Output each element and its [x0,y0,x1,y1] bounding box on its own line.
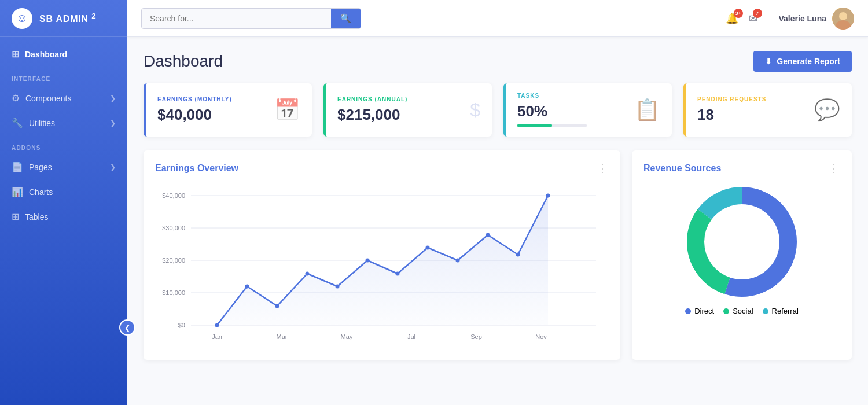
legend-item-social: Social [723,307,753,315]
stat-card-pending-requests: PENDING REQUESTS 18 💬 [683,83,852,137]
sidebar-item-label: Pages [29,163,52,172]
sidebar-navigation: ⊞ Dashboard INTERFACE ⚙ Components ❯ 🔧 U… [0,37,127,405]
chart-title: Revenue Sources [643,163,721,174]
chart-point [336,285,340,289]
legend-dot-social [723,308,729,314]
earnings-overview-card: Earnings Overview ⋮ $40,000 $30,000 [144,150,620,360]
nav-section-interface: INTERFACE [0,67,127,86]
search-input[interactable] [142,9,331,28]
sidebar-brand[interactable]: ☺ SB ADMIN 2 [0,0,127,37]
legend-label-referral: Referral [772,307,799,315]
messages-badge: 7 [753,9,762,18]
user-name: Valerie Luna [779,14,826,23]
stat-label: PENDING REQUESTS [697,96,766,102]
cog-icon: ⚙ [12,93,20,104]
messages-button[interactable]: ✉ 7 [749,12,757,25]
sidebar-item-utilities[interactable]: 🔧 Utilities ❯ [0,111,127,135]
page-title: Dashboard [144,52,223,71]
dollar-icon: $ [470,100,480,121]
topbar-divider [768,9,768,28]
legend-item-referral: Referral [763,307,799,315]
sidebar-item-label: Charts [29,187,53,197]
chart-area-icon: 📊 [12,186,23,197]
notifications-badge: 3+ [734,9,743,18]
donut-chart-wrap: Direct Social Referral [643,184,840,315]
svg-text:Sep: Sep [470,333,482,340]
page-header: Dashboard ⬇ Generate Report [144,51,852,72]
calendar-icon: 📅 [274,98,300,122]
svg-text:$30,000: $30,000 [162,224,185,231]
avatar-image [832,8,854,30]
chart-point [456,259,460,263]
svg-text:Jan: Jan [212,333,222,340]
chart-point [396,272,400,276]
revenue-sources-card: Revenue Sources ⋮ [632,150,852,360]
sidebar-toggle-button[interactable]: ❮ [119,319,135,336]
progress-wrap [517,124,587,127]
stat-value: $215,000 [337,106,407,124]
donut-chart-svg [684,184,800,300]
line-chart: $40,000 $30,000 $20,000 $10,000 $0 Jan M… [155,184,609,348]
chart-header: Revenue Sources ⋮ [643,162,840,175]
search-button[interactable]: 🔍 [331,9,361,28]
sidebar-item-label: Dashboard [25,50,67,59]
sidebar: ☺ SB ADMIN 2 ⊞ Dashboard INTERFACE ⚙ Com… [0,0,127,405]
chart-point [215,323,219,327]
donut-center-white [705,205,779,279]
avatar [832,8,854,30]
chart-point [306,272,310,276]
chart-point [366,259,370,263]
chevron-right-icon: ❯ [110,119,116,127]
chart-header: Earnings Overview ⋮ [155,162,609,175]
stat-card-tasks: TASKS 50% 📋 [503,83,672,137]
sidebar-item-charts[interactable]: 📊 Charts [0,179,127,204]
search-bar: 🔍 [141,8,361,29]
svg-text:$10,000: $10,000 [162,289,185,296]
svg-text:Mar: Mar [277,333,288,340]
chart-menu-button[interactable]: ⋮ [829,162,840,175]
legend-dot-direct [685,308,691,314]
legend-label-direct: Direct [694,307,714,315]
chevron-right-icon: ❯ [110,94,116,102]
sidebar-item-label: Utilities [29,119,55,128]
sidebar-item-components[interactable]: ⚙ Components ❯ [0,86,127,111]
sidebar-item-dashboard[interactable]: ⊞ Dashboard [0,42,127,67]
nav-section-addons: ADDONS [0,135,127,154]
brand-logo: ☺ [12,8,32,29]
tachometer-icon: ⊞ [12,49,19,60]
chart-point [516,253,520,257]
stat-value: $40,000 [157,106,232,124]
wrench-icon: 🔧 [12,117,23,128]
svg-text:$20,000: $20,000 [162,257,185,264]
donut-legend: Direct Social Referral [685,307,799,315]
svg-text:Jul: Jul [407,333,415,340]
chart-menu-button[interactable]: ⋮ [597,162,609,175]
clipboard-icon: 📋 [634,98,660,122]
table-icon: ⊞ [12,211,19,222]
topbar-actions: 🔔 3+ ✉ 7 Valerie Luna [726,8,854,30]
sidebar-item-label: Tables [25,212,48,222]
chart-title: Earnings Overview [155,163,238,174]
progress-bar-fill [517,124,552,127]
topbar: 🔍 🔔 3+ ✉ 7 Valerie Luna [127,0,868,37]
chart-point [245,285,249,289]
chart-point [275,304,279,308]
stat-value: 18 [697,106,766,124]
stat-card-earnings-annual: EARNINGS (ANNUAL) $215,000 $ [323,83,492,137]
sidebar-item-pages[interactable]: 📄 Pages ❯ [0,154,127,179]
generate-report-button[interactable]: ⬇ Generate Report [753,51,852,72]
sidebar-item-tables[interactable]: ⊞ Tables [0,204,127,229]
svg-text:$0: $0 [178,322,185,329]
file-icon: 📄 [12,161,23,172]
chevron-right-icon: ❯ [110,163,116,171]
notifications-button[interactable]: 🔔 3+ [726,12,738,25]
stat-cards-grid: EARNINGS (MONTHLY) $40,000 📅 EARNINGS (A… [144,83,852,137]
stat-label: EARNINGS (MONTHLY) [157,96,232,102]
chart-point [546,194,550,198]
svg-text:Nov: Nov [535,333,547,340]
sidebar-item-label: Components [25,94,71,103]
page-content: Dashboard ⬇ Generate Report EARNINGS (MO… [127,37,868,405]
chart-point [426,246,430,250]
stat-label: TASKS [517,93,587,99]
user-profile-button[interactable]: Valerie Luna [779,8,854,30]
